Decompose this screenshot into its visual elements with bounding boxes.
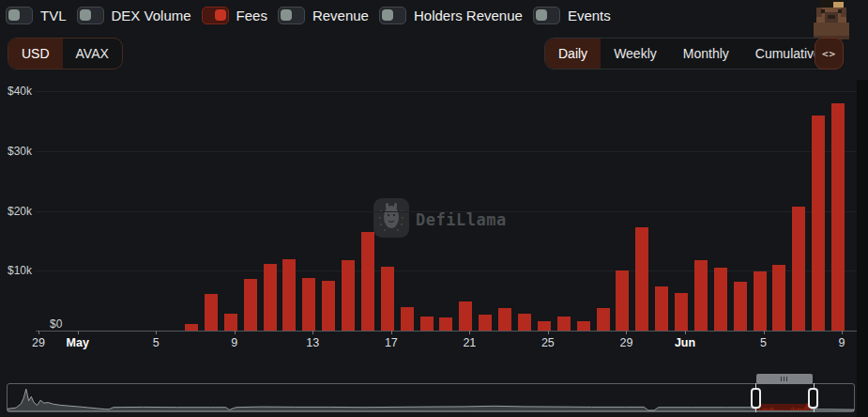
fees-bar-may-23 (498, 308, 511, 331)
fees-bar-jun-7 (792, 207, 805, 331)
option-usd[interactable]: USD (8, 39, 63, 69)
option-monthly[interactable]: Monthly (670, 39, 742, 69)
y-axis-label: $30k (8, 145, 32, 158)
toggle-knob (215, 9, 226, 21)
toggle-switch-revenue[interactable] (278, 7, 305, 24)
fees-bar-may-20 (439, 317, 452, 331)
gridline (36, 151, 860, 152)
watermark: DefiLlama (373, 198, 507, 241)
toggle-switch-holders-revenue[interactable] (379, 7, 406, 24)
toggle-tvl[interactable]: TVL (6, 7, 67, 24)
toggle-dex-volume[interactable]: DEX Volume (77, 7, 191, 24)
fees-bar-jun-6 (772, 265, 785, 331)
zoom-brush[interactable] (7, 383, 855, 412)
fees-bar-may-31 (655, 286, 668, 331)
gridline (36, 211, 860, 212)
gridline (36, 91, 860, 92)
embed-code-button[interactable]: <> (815, 38, 844, 70)
x-axis-tick (235, 331, 236, 334)
fees-bar-jun-8 (812, 116, 825, 332)
fees-bar-jun-5 (754, 271, 767, 331)
x-axis-tick (38, 331, 39, 334)
x-axis-label: 9 (231, 336, 237, 349)
fees-bar-may-15 (342, 260, 355, 331)
toggle-revenue[interactable]: Revenue (278, 7, 369, 24)
y-axis-label: $10k (8, 264, 32, 277)
toggle-knob (536, 9, 547, 21)
x-axis-tick (391, 331, 392, 334)
x-axis-tick (842, 331, 843, 334)
fees-bar-may-26 (557, 317, 571, 331)
x-axis-tick (156, 331, 157, 334)
fees-bar-may-22 (479, 315, 492, 331)
fees-bar-jun-1 (675, 293, 688, 331)
fees-bar-may-13 (302, 278, 315, 331)
option-weekly[interactable]: Weekly (601, 39, 670, 69)
y-axis-label: $0 (50, 317, 62, 331)
fees-bar-may-30 (635, 227, 648, 331)
toggle-label: Revenue (312, 8, 369, 23)
option-daily[interactable]: Daily (545, 39, 601, 69)
minimap-silhouette (8, 384, 854, 411)
fees-bar-may-24 (518, 314, 531, 331)
toggle-switch-dex-volume[interactable] (77, 7, 104, 24)
x-axis-label: 5 (153, 336, 160, 349)
fees-bar-jun-9 (831, 103, 845, 331)
toggle-fees[interactable]: Fees (202, 7, 267, 24)
option-avax[interactable]: AVAX (63, 39, 122, 69)
x-axis-tick (469, 331, 470, 334)
fees-bar-chart[interactable]: DefiLlama $0$10k$20k$30k$40k29May5913172… (0, 80, 868, 343)
toggle-holders-revenue[interactable]: Holders Revenue (379, 7, 523, 24)
fees-bar-may-9 (224, 314, 237, 331)
fees-bar-may-14 (322, 281, 335, 331)
toggle-label: Events (568, 8, 611, 23)
x-axis-label: 5 (760, 336, 767, 349)
x-axis-tick (685, 331, 686, 334)
x-axis-label: 29 (32, 336, 45, 349)
toggle-knob (281, 9, 292, 21)
x-axis-tick (548, 331, 549, 334)
period-switch: DailyWeeklyMonthlyCumulative (544, 38, 835, 70)
fees-bar-jun-2 (694, 260, 708, 331)
fees-bar-jun-4 (734, 282, 747, 331)
x-axis-label: May (67, 336, 89, 349)
x-axis-label: 17 (385, 336, 398, 349)
defillama-logo-icon (373, 198, 409, 241)
x-axis-label: 13 (306, 336, 319, 349)
x-axis-line (36, 331, 860, 332)
fees-bar-may-16 (361, 232, 374, 331)
toggle-label: Fees (236, 8, 267, 23)
fees-bar-may-25 (538, 321, 551, 331)
fees-bar-may-8 (205, 294, 218, 331)
toggle-label: TVL (40, 8, 67, 23)
toggle-switch-events[interactable] (533, 7, 560, 24)
x-axis-tick (764, 331, 765, 334)
fees-bar-may-10 (244, 279, 257, 331)
defillama-fees-dashboard: TVLDEX VolumeFeesRevenueHolders RevenueE… (0, 0, 868, 417)
llama-mascot-icon (814, 0, 849, 39)
brush-left-handle[interactable] (751, 388, 761, 409)
x-axis-tick (626, 331, 627, 334)
brush-right-handle[interactable] (808, 388, 818, 409)
fees-bar-may-17 (381, 267, 394, 331)
watermark-text: DefiLlama (416, 210, 507, 229)
brush-window-grip[interactable] (756, 374, 812, 384)
fees-bar-jun-3 (714, 268, 727, 331)
toggle-knob (382, 9, 393, 21)
fees-bar-may-29 (616, 270, 629, 331)
x-axis-label: Jun (675, 336, 695, 349)
fees-bar-may-7 (185, 324, 198, 331)
toggle-label: DEX Volume (112, 8, 191, 23)
toggle-events[interactable]: Events (533, 7, 611, 24)
y-axis-label: $40k (8, 85, 32, 98)
toggle-switch-fees[interactable] (202, 7, 229, 24)
page-gutter (857, 80, 868, 417)
fees-bar-may-11 (264, 264, 277, 331)
x-axis-tick (312, 331, 313, 334)
fees-bar-may-28 (597, 308, 610, 331)
y-axis-label: $20k (8, 205, 32, 218)
fees-bar-may-19 (420, 317, 434, 331)
toggle-knob (80, 9, 91, 21)
toggle-switch-tvl[interactable] (6, 7, 33, 24)
x-axis-label: 9 (839, 336, 845, 349)
